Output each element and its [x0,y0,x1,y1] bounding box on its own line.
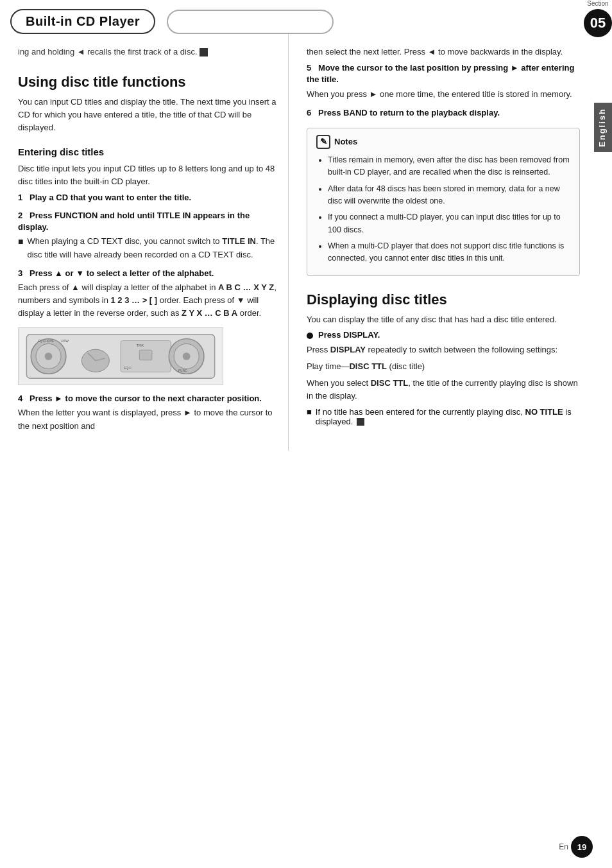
display-body-3: When you select DISC TTL, the title of t… [307,377,580,403]
content-wrapper: ing and holding ◄ recalls the first trac… [0,34,612,451]
page-number: 19 [571,836,593,858]
step-3-body: Each press of ▲ will display a letter of… [18,281,276,320]
step-6: 6 Press BAND to return to the playback d… [307,107,580,119]
step-1: 1 Play a CD that you want to enter the t… [18,192,276,204]
step-6-heading: 6 Press BAND to return to the playback d… [307,107,580,119]
svg-text:FUNC: FUNC [178,370,187,373]
intro-text: ing and holding ◄ recalls the first trac… [18,46,276,58]
step-5: 5 Move the cursor to the last position b… [307,62,580,101]
no-title-note: ■ If no title has been entered for the c… [307,407,580,426]
svg-text:EQ CURVE: EQ CURVE [38,340,55,343]
notes-header: ✎ Notes [316,135,570,149]
note-3: If you connect a multi-CD player, you ca… [328,211,570,236]
square-bullet: ■ [307,407,312,417]
step-3: 3 Press ▲ or ▼ to select a letter of the… [18,268,276,320]
svg-point-15 [183,352,191,360]
notes-box: ✎ Notes Titles remain in memory, even af… [307,128,580,276]
display-body-2: Play time—DISC TTL (disc title) [307,360,580,373]
step-2-body: ■ When playing a CD TEXT disc, you canno… [18,235,276,261]
end-square [357,418,364,426]
step-1-heading: 1 Play a CD that you want to enter the t… [18,192,276,204]
section-badge: Section 05 [584,0,612,37]
main-section-body: You can input CD titles and display the … [18,96,276,134]
page-title: Built-in CD Player [10,9,155,34]
note-1: Titles remain in memory, even after the … [328,154,570,179]
step-4-body: When the letter you want is displayed, p… [18,406,276,432]
left-column: ing and holding ◄ recalls the first trac… [0,34,289,451]
continuation-text: then select the next letter. Press ◄ to … [307,46,580,58]
svg-text:☑SW: ☑SW [61,340,69,343]
section-label: Section [587,0,608,8]
entering-disc-titles-heading: Entering disc titles [18,146,276,157]
step-5-body: When you press ► one more time, the ente… [307,88,580,101]
step-5-heading: 5 Move the cursor to the last position b… [307,62,580,85]
svg-rect-11 [139,351,152,361]
press-display-bullet: Press DISPLAY. [307,330,580,340]
main-section-title: Using disc title functions [18,74,276,91]
step-2-heading: 2 Press FUNCTION and hold until TITLE IN… [18,210,276,233]
right-column: then select the next letter. Press ◄ to … [289,34,612,451]
display-body-1: Press DISPLAY repeatedly to switch betwe… [307,343,580,356]
press-display-label: Press DISPLAY. [318,330,380,340]
section-number: 05 [584,9,612,37]
note-2: After data for 48 discs has been stored … [328,183,570,208]
notes-label: Notes [334,137,357,146]
displaying-disc-titles-body: You can display the title of any disc th… [307,313,580,326]
no-title-text: If no title has been entered for the cur… [316,407,580,426]
step-4: 4 Press ► to move the cursor to the next… [18,393,276,432]
page-footer: En 19 [559,836,593,858]
english-side-label: English [594,103,612,152]
notes-icon: ✎ [316,135,330,149]
svg-point-6 [81,350,109,372]
bullet-dot [307,333,313,339]
device-image: EQ CURVE ☑SW TRK EQ-C FU [18,327,223,385]
header-oval [167,10,334,34]
step-4-heading: 4 Press ► to move the cursor to the next… [18,393,276,404]
entering-disc-titles-body: Disc title input lets you input CD title… [18,162,276,188]
svg-text:TRK: TRK [136,344,144,348]
displaying-disc-titles-heading: Displaying disc titles [307,291,580,308]
svg-text:EQ-C: EQ-C [124,367,132,370]
step-2: 2 Press FUNCTION and hold until TITLE IN… [18,210,276,261]
page-header: Built-in CD Player Section 05 [0,0,612,34]
notes-list: Titles remain in memory, even after the … [316,154,570,265]
en-label: En [559,842,568,851]
svg-point-3 [45,352,53,360]
note-4: When a multi-CD player that does not sup… [328,240,570,265]
step-3-heading: 3 Press ▲ or ▼ to select a letter of the… [18,268,276,279]
